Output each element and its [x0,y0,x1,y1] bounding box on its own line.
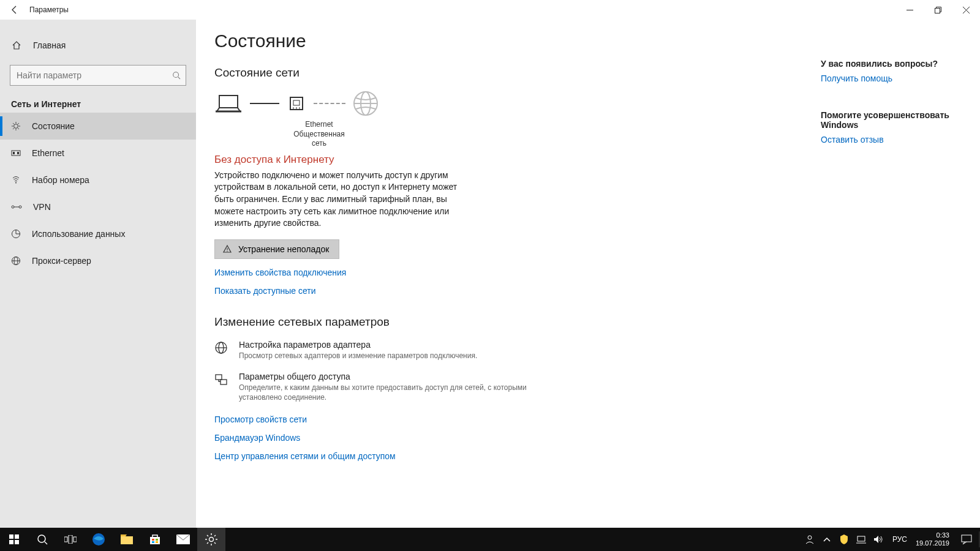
option-adapter-settings[interactable]: Настройка параметров адаптера Просмотр с… [214,340,533,361]
svg-point-10 [15,182,17,184]
tray-clock[interactable]: 0:33 19.07.2019 [911,528,954,551]
tray-volume-icon[interactable] [873,534,884,545]
sidebar-item-vpn[interactable]: VPN [0,193,196,220]
back-button[interactable] [0,0,29,20]
sidebar-item-status[interactable]: Состояние [0,113,196,140]
taskbar-settings[interactable] [197,528,225,551]
svg-rect-48 [152,541,154,543]
svg-rect-18 [219,96,238,108]
no-internet-desc: Устройство подключено и может получить д… [214,170,472,230]
svg-rect-49 [156,541,158,543]
sidebar-group-title: Сеть и Интернет [0,92,196,113]
svg-line-39 [45,542,47,544]
sidebar-item-dialup[interactable]: Набор номера [0,167,196,193]
folder-icon [121,534,133,544]
link-sharing-center[interactable]: Центр управления сетями и общим доступом [214,451,802,461]
svg-rect-63 [962,535,971,542]
svg-rect-33 [221,380,227,384]
svg-point-60 [808,536,812,539]
tray-language[interactable]: РУС [889,528,911,551]
svg-rect-32 [216,375,222,380]
search-input[interactable] [17,70,172,80]
task-view-icon [64,535,77,544]
sidebar-home-label: Главная [33,40,66,50]
close-icon [963,7,970,13]
troubleshoot-label: Устранение неполадок [238,244,329,254]
link-show-available-networks[interactable]: Показать доступные сети [214,286,802,296]
main-area: Состояние Состояние сети [196,20,980,528]
troubleshoot-button[interactable]: Устранение неполадок [214,239,339,259]
settings-window: Параметры Главная Сеть и Интерне [0,0,980,528]
svg-point-4 [173,72,179,78]
link-get-help[interactable]: Получить помощь [821,73,892,83]
svg-line-59 [207,542,208,544]
svg-line-5 [178,77,181,80]
vpn-icon [11,204,22,210]
right-questions-heading: У вас появились вопросы? [821,59,965,69]
sidebar-items: Состояние Ethernet Набор номера VPN Испо… [0,113,196,274]
tray-chevron-up-icon[interactable] [821,534,832,545]
taskbar-store[interactable] [141,528,169,551]
tray-security-icon[interactable] [839,534,850,545]
search-box[interactable] [10,65,186,86]
svg-line-56 [207,535,208,536]
tray-network-icon[interactable] [856,534,867,545]
ethernet-icon [11,148,21,158]
diagram-network-type: Общественная сеть [285,130,353,149]
sharing-icon [214,373,229,388]
svg-line-57 [214,542,216,544]
tray-people-icon[interactable] [804,534,815,545]
titlebar: Параметры [0,0,980,20]
sidebar: Главная Сеть и Интернет Состояние Ethern… [0,20,196,528]
arrow-left-icon [10,5,20,15]
svg-point-6 [14,124,18,129]
option-title: Параметры общего доступа [239,372,533,381]
notification-icon [961,534,972,544]
store-icon [149,534,160,545]
content: Состояние Состояние сети [196,20,821,528]
svg-point-13 [19,206,21,208]
link-firewall[interactable]: Брандмауэр Windows [214,433,802,443]
link-feedback[interactable]: Оставить отзыв [821,135,884,144]
sidebar-item-ethernet[interactable]: Ethernet [0,140,196,167]
search-icon [37,534,48,545]
option-desc: Просмотр сетевых адаптеров и изменение п… [239,351,477,361]
svg-rect-47 [156,539,158,541]
svg-line-58 [214,535,216,536]
svg-point-28 [227,251,227,252]
svg-rect-8 [13,152,15,154]
svg-rect-36 [9,540,13,544]
edge-icon [92,533,105,546]
home-icon [11,40,22,51]
taskbar-search-button[interactable] [28,528,56,551]
close-button[interactable] [952,0,980,20]
svg-rect-37 [15,540,19,544]
link-network-properties[interactable]: Просмотр свойств сети [214,414,802,424]
svg-rect-45 [150,537,160,544]
option-sharing-settings[interactable]: Параметры общего доступа Определите, к к… [214,372,533,402]
maximize-button[interactable] [924,0,952,20]
sidebar-item-proxy[interactable]: Прокси-сервер [0,247,196,274]
taskbar-explorer[interactable] [113,528,141,551]
system-tray [799,528,889,551]
svg-rect-1 [935,8,940,13]
dialup-icon [11,175,21,185]
minimize-button[interactable] [895,0,924,20]
sidebar-item-data-usage[interactable]: Использование данных [0,220,196,247]
window-body: Главная Сеть и Интернет Состояние Ethern… [0,20,980,528]
task-view-button[interactable] [56,528,85,551]
start-button[interactable] [0,528,28,551]
action-center-button[interactable] [954,528,979,551]
svg-rect-61 [858,536,865,541]
svg-rect-9 [17,152,19,154]
svg-point-38 [38,535,45,542]
taskbar: РУС 0:33 19.07.2019 [0,528,980,551]
svg-rect-44 [121,536,133,544]
diagram-connector-solid [250,103,279,104]
sidebar-home[interactable]: Главная [0,32,196,59]
taskbar-mail[interactable] [169,528,197,551]
router-icon [287,94,306,113]
svg-rect-40 [64,537,67,542]
link-change-connection-props[interactable]: Изменить свойства подключения [214,268,802,277]
taskbar-edge[interactable] [85,528,113,551]
